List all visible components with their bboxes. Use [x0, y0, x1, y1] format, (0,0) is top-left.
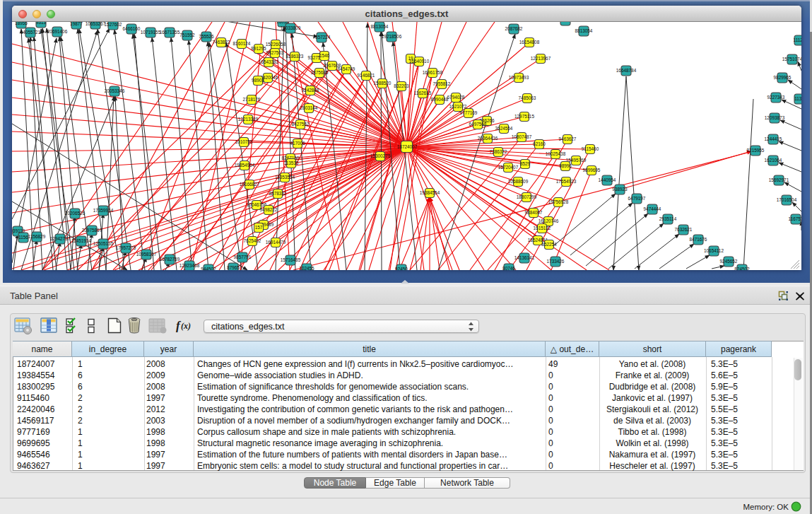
svg-text:9245652: 9245652	[720, 259, 738, 264]
svg-text:10025438: 10025438	[546, 151, 566, 156]
svg-text:1621072: 1621072	[449, 104, 467, 109]
svg-text:20364436: 20364436	[478, 136, 498, 141]
svg-text:11353594: 11353594	[275, 175, 295, 180]
svg-text:417006: 417006	[290, 141, 305, 146]
svg-text:10653267: 10653267	[86, 22, 106, 26]
svg-text:80746: 80746	[502, 266, 515, 270]
svg-text:1527602: 1527602	[105, 22, 122, 27]
svg-text:92450: 92450	[395, 267, 408, 270]
svg-text:9227343: 9227343	[767, 95, 785, 100]
svg-text:8990448: 8990448	[431, 97, 449, 102]
svg-text:16648784: 16648784	[616, 68, 637, 73]
svg-text:18955: 18955	[15, 22, 28, 25]
svg-text:16033809: 16033809	[281, 25, 301, 30]
svg-text:20206526: 20206526	[65, 211, 86, 216]
svg-text:7463822: 7463822	[213, 40, 230, 45]
svg-text:6479197: 6479197	[628, 196, 646, 201]
svg-text:12093873: 12093873	[765, 115, 785, 120]
svg-text:1621064: 1621064	[765, 158, 782, 163]
svg-text:10958167: 10958167	[136, 252, 157, 257]
svg-text:9899695: 9899695	[583, 168, 601, 173]
svg-text:16961758: 16961758	[423, 70, 443, 75]
svg-text:10688609: 10688609	[508, 179, 529, 184]
svg-text:19384554: 19384554	[420, 190, 440, 195]
svg-text:832203: 832203	[394, 83, 409, 88]
svg-text:944502: 944502	[201, 267, 216, 270]
svg-text:9884067: 9884067	[525, 210, 543, 215]
svg-text:116753: 116753	[789, 216, 801, 221]
svg-text:17654923: 17654923	[556, 179, 577, 184]
svg-text:10807487: 10807487	[512, 134, 532, 139]
svg-text:9146821: 9146821	[358, 73, 375, 78]
svg-text:19854964: 19854964	[235, 163, 255, 168]
svg-text:62160: 62160	[533, 141, 546, 146]
svg-text:10719155: 10719155	[141, 30, 161, 35]
svg-text:12942757: 12942757	[50, 236, 71, 241]
svg-text:1733426: 1733426	[547, 259, 565, 264]
svg-text:12923468: 12923468	[180, 263, 200, 268]
svg-text:18807299: 18807299	[517, 194, 537, 199]
svg-text:2718176: 2718176	[243, 97, 261, 102]
svg-text:852254: 852254	[541, 242, 557, 247]
svg-text:15300275: 15300275	[370, 153, 391, 158]
svg-text:9115460: 9115460	[582, 146, 599, 151]
svg-text:17359914: 17359914	[93, 208, 114, 213]
svg-text:9313: 9313	[36, 22, 47, 25]
svg-text:9857791: 9857791	[234, 255, 252, 259]
svg-text:12505135: 12505135	[93, 241, 114, 246]
svg-text:6497568: 6497568	[469, 122, 487, 127]
svg-text:7632621: 7632621	[675, 227, 693, 232]
svg-text:11451914: 11451914	[71, 238, 91, 243]
svg-text:3875685: 3875685	[311, 70, 329, 75]
svg-text:102455: 102455	[299, 266, 314, 270]
svg-text:1615132: 1615132	[534, 226, 551, 230]
svg-text:891295: 891295	[251, 46, 266, 51]
svg-text:20053346: 20053346	[105, 88, 125, 93]
svg-text:7955812: 7955812	[433, 81, 451, 86]
svg-text:1132: 1132	[794, 96, 801, 101]
svg-text:8813054: 8813054	[371, 24, 389, 29]
svg-text:7485063: 7485063	[519, 95, 536, 100]
svg-text:16154808: 16154808	[519, 40, 540, 45]
svg-text:1244415: 1244415	[765, 136, 782, 141]
svg-text:16914479: 16914479	[266, 240, 286, 245]
svg-text:2803144: 2803144	[300, 105, 318, 110]
svg-text:15226058: 15226058	[266, 42, 286, 47]
svg-text:1546: 1546	[319, 53, 330, 58]
svg-text:87965: 87965	[227, 265, 240, 270]
svg-text:12213967: 12213967	[531, 56, 551, 61]
svg-text:16120746: 16120746	[539, 218, 559, 223]
svg-text:15716485: 15716485	[281, 257, 301, 262]
svg-text:9498222: 9498222	[260, 207, 278, 212]
svg-text:20975867: 20975867	[82, 228, 102, 233]
svg-text:6794028: 6794028	[447, 95, 465, 100]
svg-text:9474444: 9474444	[644, 206, 661, 211]
svg-text:7386372: 7386372	[490, 149, 507, 154]
svg-text:15751074: 15751074	[782, 57, 801, 62]
svg-text:14136141: 14136141	[514, 255, 535, 260]
svg-text:8813054: 8813054	[575, 28, 593, 33]
svg-text:9463627: 9463627	[559, 136, 577, 141]
svg-text:17957275: 17957275	[116, 245, 136, 250]
svg-text:8454749: 8454749	[338, 66, 355, 71]
svg-text:157: 157	[255, 225, 263, 230]
svg-text:10654112: 10654112	[704, 248, 724, 253]
svg-text:16033809: 16033809	[555, 22, 576, 23]
svg-text:98903: 98903	[252, 78, 264, 83]
svg-text:19756928: 19756928	[548, 199, 569, 204]
svg-text:7625402: 7625402	[244, 238, 261, 243]
svg-text:2935114: 2935114	[659, 216, 677, 221]
svg-text:16782759: 16782759	[160, 257, 180, 262]
svg-text:12975115: 12975115	[514, 114, 534, 119]
svg-text:11129: 11129	[794, 37, 801, 42]
svg-text:9827503: 9827503	[266, 50, 284, 55]
svg-text:3624554: 3624554	[495, 126, 513, 131]
svg-text:824502: 824502	[734, 267, 750, 270]
svg-text:19877: 19877	[70, 22, 83, 26]
svg-text:15720407: 15720407	[498, 165, 519, 170]
svg-text:9777169: 9777169	[460, 110, 478, 115]
svg-text:755526: 755526	[199, 34, 214, 39]
svg-text:16640910: 16640910	[409, 59, 430, 64]
svg-text:938923: 938923	[612, 187, 628, 192]
svg-text:16543382: 16543382	[259, 59, 279, 64]
